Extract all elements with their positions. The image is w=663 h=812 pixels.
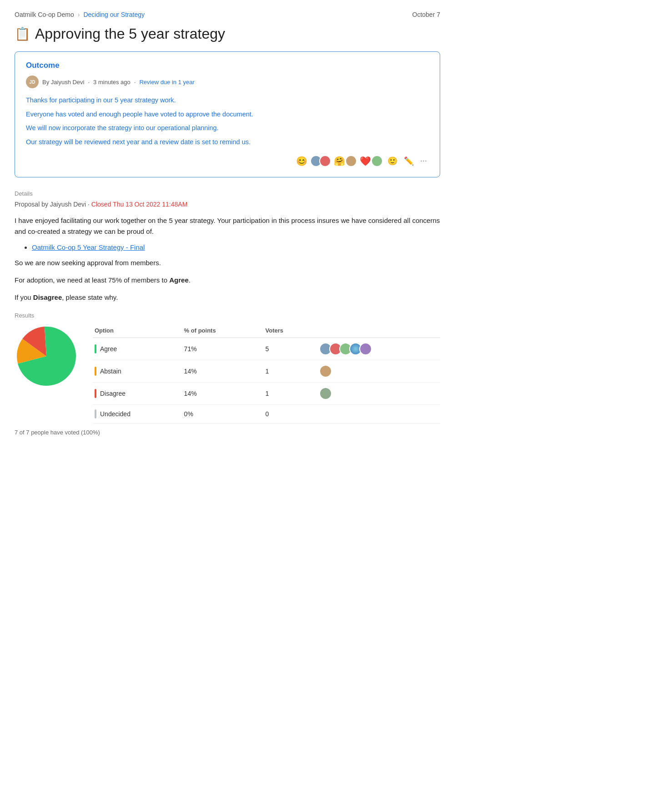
more-icon[interactable]: ··· [418, 154, 429, 167]
voter-a5 [359, 343, 372, 355]
option-agree-label: Agree [100, 345, 117, 353]
date-label: October 7 [412, 11, 440, 18]
table-row-undecided: Undecided 0% 0 [93, 404, 440, 423]
table-row-abstain: Abstain 14% 1 [93, 360, 440, 382]
outcome-time: 3 minutes ago [93, 79, 131, 86]
avatars-undecided [317, 404, 440, 423]
col-option: Option [93, 324, 182, 338]
results-section: Results [15, 312, 440, 436]
reaction-group-people[interactable] [310, 155, 331, 167]
reactions-row: 😊 🤗 ❤️ 🙂 ✏️ ··· [26, 154, 429, 168]
breadcrumb-current: Deciding our Strategy [83, 11, 145, 18]
results-layout: Option % of points Voters Agree 71% [15, 324, 440, 424]
pct-disagree: 14% [182, 382, 264, 404]
page-title-text: Approving the 5 year strategy [35, 25, 225, 42]
pct-agree: 71% [182, 338, 264, 360]
details-section: Details Proposal by Jaiyush Devi · Close… [15, 190, 440, 303]
voters-agree: 5 [264, 338, 317, 360]
avatars-abstain [317, 360, 440, 382]
results-label: Results [15, 312, 440, 319]
bar-disagree [95, 389, 96, 398]
proposal-body-2: So we are now seeking approval from memb… [15, 257, 440, 268]
avatars-disagree [317, 382, 440, 404]
pie-chart [15, 324, 78, 388]
add-reaction-icon[interactable]: 🙂 [386, 154, 399, 168]
option-abstain-label: Abstain [100, 368, 121, 375]
option-undecided-label: Undecided [100, 410, 131, 418]
reaction-smiley[interactable]: 😊 [296, 156, 307, 166]
breadcrumb: Oatmilk Co-op Demo › Deciding our Strate… [15, 11, 225, 18]
col-percent: % of points [182, 324, 264, 338]
proposal-meta: Proposal by Jaiyush Devi · Closed Thu 13… [15, 201, 440, 208]
proposal-meta-prefix: Proposal by Jaiyush Devi · [15, 201, 91, 208]
review-link[interactable]: Review due in 1 year [139, 79, 194, 86]
voter-c1 [319, 387, 332, 400]
body3-suffix: . [189, 276, 191, 284]
edit-icon[interactable]: ✏️ [402, 154, 416, 168]
table-row-agree: Agree 71% 5 [93, 338, 440, 360]
body3-prefix: For adoption, we need at least 75% of me… [15, 276, 169, 284]
body4-bold: Disagree [33, 293, 62, 301]
option-disagree-label: Disagree [100, 390, 126, 397]
outcome-line-3: We will now incorporate the strategy int… [26, 122, 429, 134]
outcome-author: By Jaiyush Devi [42, 79, 84, 86]
reaction-avatar-4 [371, 155, 383, 167]
reaction-avatar-2 [319, 155, 331, 167]
reaction-heart[interactable]: ❤️ [360, 156, 371, 166]
outcome-line-1: Thanks for participating in our 5 year s… [26, 95, 429, 106]
option-undecided: Undecided [93, 404, 182, 423]
reaction-hug[interactable]: 🤗 [334, 156, 345, 166]
proposal-body-1: I have enjoyed facilitating our work tog… [15, 215, 440, 237]
outcome-meta: JD By Jaiyush Devi · 3 minutes ago · Rev… [26, 76, 429, 88]
col-avatars [317, 324, 440, 338]
bar-agree [95, 344, 96, 353]
closed-label: Closed Thu 13 Oct 2022 11:48AM [91, 201, 187, 208]
breadcrumb-parent[interactable]: Oatmilk Co-op Demo [15, 11, 74, 18]
voter-b1 [319, 365, 332, 378]
breadcrumb-sep: › [78, 11, 80, 18]
voters-disagree: 1 [264, 382, 317, 404]
body4-suffix: , please state why. [62, 293, 118, 301]
outcome-line-2: Everyone has voted and enough people hav… [26, 109, 429, 120]
outcome-title: Outcome [26, 61, 429, 70]
reaction-avatar-3 [345, 155, 357, 167]
outcome-dot2: · [134, 79, 136, 86]
avatar-jaiyush: JD [26, 76, 39, 88]
outcome-card: Outcome JD By Jaiyush Devi · 3 minutes a… [15, 51, 440, 177]
title-icon: 📋 [15, 26, 30, 41]
proposal-body-3: For adoption, we need at least 75% of me… [15, 275, 440, 286]
voters-abstain: 1 [264, 360, 317, 382]
strategy-link-item: Oatmilk Co-op 5 Year Strategy - Final [32, 243, 440, 251]
option-abstain: Abstain [93, 360, 182, 382]
option-agree: Agree [93, 338, 182, 360]
pct-abstain: 14% [182, 360, 264, 382]
table-row-disagree: Disagree 14% 1 [93, 382, 440, 404]
outcome-text: Thanks for participating in our 5 year s… [26, 95, 429, 148]
option-disagree: Disagree [93, 382, 182, 404]
col-voters: Voters [264, 324, 317, 338]
voters-undecided: 0 [264, 404, 317, 423]
vote-summary: 7 of 7 people have voted (100%) [15, 429, 440, 436]
bar-abstain [95, 367, 96, 376]
pct-undecided: 0% [182, 404, 264, 423]
page-title: 📋 Approving the 5 year strategy [15, 25, 225, 42]
outcome-line-4: Our strategy will be reviewed next year … [26, 136, 429, 148]
body4-prefix: If you [15, 293, 33, 301]
outcome-dot1: · [88, 79, 90, 86]
results-table: Option % of points Voters Agree 71% [93, 324, 440, 424]
avatars-agree [317, 338, 440, 360]
body3-bold: Agree [169, 276, 189, 284]
proposal-body-4: If you Disagree, please state why. [15, 292, 440, 303]
details-label: Details [15, 190, 440, 197]
bar-undecided [95, 409, 96, 419]
strategy-link[interactable]: Oatmilk Co-op 5 Year Strategy - Final [32, 243, 145, 251]
